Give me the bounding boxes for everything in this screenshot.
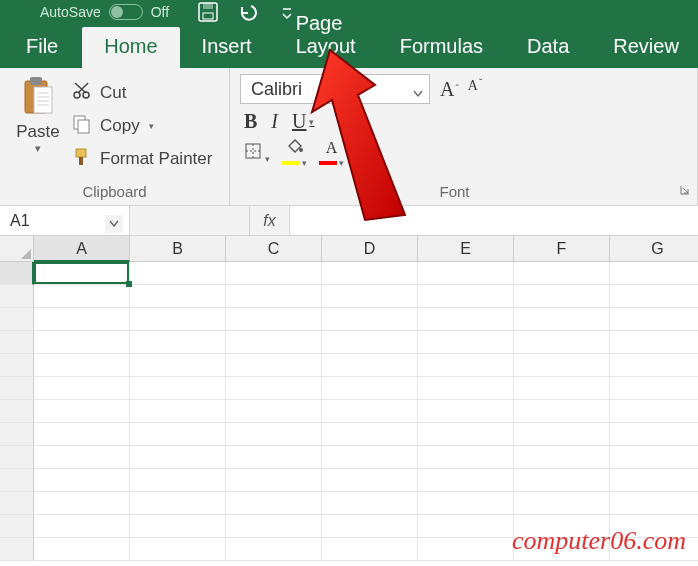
column-header[interactable]: D <box>322 236 418 262</box>
cell[interactable] <box>34 400 130 423</box>
cell[interactable] <box>34 285 130 308</box>
cell[interactable] <box>418 423 514 446</box>
cell[interactable] <box>610 400 698 423</box>
cell[interactable] <box>610 331 698 354</box>
row-header[interactable] <box>0 400 34 423</box>
increase-font-button[interactable]: Aˆ <box>436 78 462 101</box>
cell[interactable] <box>322 377 418 400</box>
tab-insert[interactable]: Insert <box>180 27 274 68</box>
cell[interactable] <box>130 354 226 377</box>
cell[interactable] <box>514 308 610 331</box>
decrease-font-button[interactable]: Aˇ <box>464 78 485 101</box>
paste-button[interactable]: Paste ▾ <box>10 74 66 178</box>
cell[interactable] <box>418 285 514 308</box>
cell[interactable] <box>610 262 698 285</box>
column-header[interactable]: F <box>514 236 610 262</box>
row-header[interactable] <box>0 515 34 538</box>
cell[interactable] <box>514 331 610 354</box>
cell[interactable] <box>130 262 226 285</box>
bold-button[interactable]: B <box>244 110 257 133</box>
row-header[interactable] <box>0 331 34 354</box>
cell[interactable] <box>514 377 610 400</box>
column-header[interactable]: A <box>34 236 130 262</box>
cell[interactable] <box>226 400 322 423</box>
cell[interactable] <box>130 377 226 400</box>
cell[interactable] <box>418 331 514 354</box>
cell[interactable] <box>322 331 418 354</box>
copy-dropdown-icon[interactable]: ▾ <box>149 121 154 131</box>
cell[interactable] <box>610 423 698 446</box>
cell[interactable] <box>34 469 130 492</box>
paste-dropdown-icon[interactable]: ▾ <box>35 142 41 155</box>
cell[interactable] <box>130 308 226 331</box>
cell[interactable] <box>226 285 322 308</box>
cell[interactable] <box>226 331 322 354</box>
cell[interactable] <box>34 262 130 285</box>
cell[interactable] <box>322 469 418 492</box>
column-header[interactable]: C <box>226 236 322 262</box>
cell[interactable] <box>130 285 226 308</box>
font-name-combo[interactable]: Calibri <box>240 74 430 104</box>
cell[interactable] <box>418 354 514 377</box>
cell[interactable] <box>514 354 610 377</box>
cell[interactable] <box>322 285 418 308</box>
cell[interactable] <box>418 262 514 285</box>
cell[interactable] <box>418 308 514 331</box>
cell[interactable] <box>514 446 610 469</box>
cell[interactable] <box>34 538 130 561</box>
tab-home[interactable]: Home <box>82 27 179 68</box>
fill-handle[interactable] <box>126 281 132 287</box>
save-icon[interactable] <box>197 1 219 23</box>
cell[interactable] <box>226 377 322 400</box>
cell[interactable] <box>610 354 698 377</box>
cell[interactable] <box>130 515 226 538</box>
autosave-switch[interactable] <box>109 4 143 20</box>
name-box[interactable]: A1 <box>0 206 130 235</box>
cell[interactable] <box>130 400 226 423</box>
cell[interactable] <box>418 515 514 538</box>
row-header[interactable] <box>0 308 34 331</box>
cell[interactable] <box>610 377 698 400</box>
cell[interactable] <box>226 538 322 561</box>
italic-button[interactable]: I <box>271 110 278 133</box>
row-header[interactable] <box>0 285 34 308</box>
cell[interactable] <box>34 515 130 538</box>
cell[interactable] <box>130 331 226 354</box>
cell[interactable] <box>130 538 226 561</box>
cell[interactable] <box>514 262 610 285</box>
cell[interactable] <box>34 492 130 515</box>
cell[interactable] <box>322 262 418 285</box>
select-all-corner[interactable] <box>0 236 34 262</box>
spreadsheet-grid[interactable]: ABCDEFG <box>0 236 698 566</box>
cell[interactable] <box>418 538 514 561</box>
row-header[interactable] <box>0 354 34 377</box>
row-header[interactable] <box>0 469 34 492</box>
cell[interactable] <box>34 354 130 377</box>
column-header[interactable]: E <box>418 236 514 262</box>
chevron-down-icon[interactable] <box>105 215 123 233</box>
cell[interactable] <box>322 446 418 469</box>
cell[interactable] <box>514 285 610 308</box>
borders-button[interactable]: ▾ <box>244 142 270 166</box>
dialog-launcher-icon[interactable] <box>679 182 691 200</box>
cell[interactable] <box>322 354 418 377</box>
cell[interactable] <box>130 446 226 469</box>
font-color-button[interactable]: A ▾ <box>319 139 344 168</box>
cell[interactable] <box>514 469 610 492</box>
cell[interactable] <box>418 377 514 400</box>
cell[interactable] <box>322 538 418 561</box>
format-painter-button[interactable]: Format Painter <box>72 147 212 172</box>
fill-color-button[interactable]: ▾ <box>282 139 307 168</box>
insert-function-button[interactable]: fx <box>250 206 290 235</box>
cell[interactable] <box>610 308 698 331</box>
row-header[interactable] <box>0 492 34 515</box>
tab-review[interactable]: Review <box>591 27 698 68</box>
cell[interactable] <box>418 469 514 492</box>
row-header[interactable] <box>0 423 34 446</box>
cell[interactable] <box>514 400 610 423</box>
column-header[interactable]: B <box>130 236 226 262</box>
tab-formulas[interactable]: Formulas <box>378 27 505 68</box>
cut-button[interactable]: Cut <box>72 81 212 106</box>
cell[interactable] <box>610 285 698 308</box>
row-header[interactable] <box>0 446 34 469</box>
